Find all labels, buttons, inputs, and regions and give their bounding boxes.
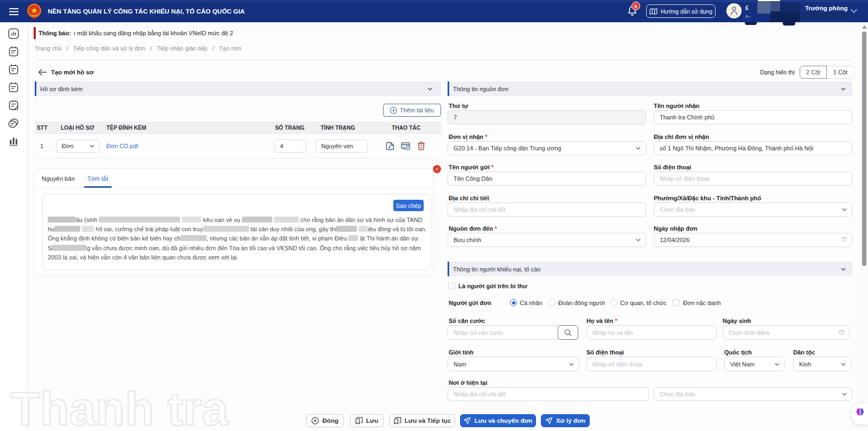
svg-text:Thanh tra: Thanh tra — [11, 382, 229, 431]
